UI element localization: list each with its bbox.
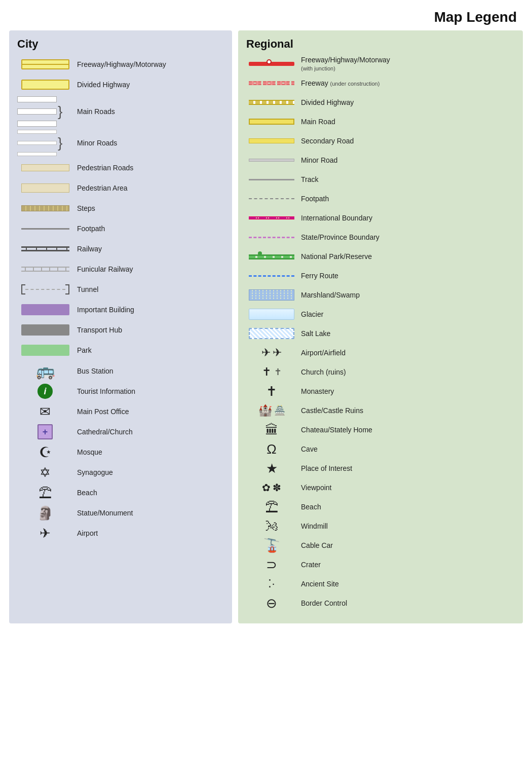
cablecar-icon: 🚡: [263, 538, 280, 553]
mail-icon: ✉: [40, 404, 51, 420]
list-item: ✿ ✽ Viewpoint: [246, 479, 515, 496]
list-item: ✡ Synagogue: [17, 464, 224, 481]
list-item: 🏰 🏯 Castle/Castle Ruins: [246, 402, 515, 419]
item-label: Marshland/Swamp: [297, 291, 515, 299]
list-item: } Minor Roads: [17, 130, 224, 156]
list-item: ✝ Monastery: [246, 383, 515, 399]
star-icon: ★: [266, 461, 278, 476]
item-label: Bus Station: [73, 367, 224, 375]
item-label: Statue/Monument: [73, 509, 224, 517]
item-label: Freeway/Highway/Motorway: [73, 60, 224, 68]
list-item: Ferry Route: [246, 268, 515, 284]
castle-icon: 🏰: [258, 404, 272, 417]
city-title: City: [17, 38, 224, 51]
list-item: i Tourist Information: [17, 383, 224, 400]
list-item: Tunnel: [17, 281, 224, 298]
item-label: International Boundary: [297, 214, 515, 222]
item-label: Freeway/Highway/Motorway (with junction): [297, 56, 515, 72]
item-label: Ancient Site: [297, 580, 515, 588]
list-item: ⛱ Beach: [246, 499, 515, 515]
item-label: Place of Interest: [297, 464, 515, 472]
list-item: ✈ Airport: [17, 525, 224, 542]
list-item: ✈ ✈ Airport/Airfield: [246, 345, 515, 361]
cross-ruins-icon: ✝: [274, 366, 282, 378]
item-label: State/Province Boundary: [297, 233, 515, 241]
list-item: Steps: [17, 200, 224, 217]
list-item: Footpath: [17, 220, 224, 237]
list-item: ⊖ Border Control: [246, 595, 515, 611]
list-item: + Cathedral/Church: [17, 423, 224, 440]
list-item: 🗿 Statue/Monument: [17, 504, 224, 522]
list-item: Track: [246, 171, 515, 188]
viewpoint-icon: ✿: [262, 482, 271, 494]
airplane-icon: ✈: [261, 346, 271, 359]
bus-icon: 🚌: [36, 362, 55, 380]
beach-reg-icon: ⛱: [265, 499, 278, 515]
regional-section: Regional Freeway/Highway/Motorway (with …: [238, 30, 523, 623]
item-label: Castle/Castle Ruins: [297, 406, 515, 415]
list-item: ⁚· Ancient Site: [246, 576, 515, 592]
list-item: } Main Roads: [17, 96, 224, 127]
list-item: ★ Place of Interest: [246, 460, 515, 476]
item-label: Steps: [73, 204, 224, 212]
item-label: Railway: [73, 245, 224, 253]
item-label: Track: [297, 175, 515, 183]
list-item: Funicular Railway: [17, 261, 224, 278]
list-item: Pedestrian Roads: [17, 159, 224, 176]
list-item: Footpath: [246, 191, 515, 207]
item-label: Divided Highway: [297, 98, 515, 106]
list-item: Salt Lake: [246, 325, 515, 342]
item-label: Synagogue: [73, 468, 224, 476]
airport-city-icon: ✈: [40, 526, 51, 541]
windmill-icon: 🌬: [265, 519, 278, 534]
list-item: Park: [17, 342, 224, 359]
list-item: 🚌 Bus Station: [17, 362, 224, 380]
item-label: Ferry Route: [297, 272, 515, 280]
item-label: Main Roads: [73, 107, 224, 116]
item-label: Park: [73, 346, 224, 354]
item-label: Viewpoint: [297, 484, 515, 492]
item-label: Chateau/Stately Home: [297, 426, 515, 434]
item-label: Church (ruins): [297, 368, 515, 376]
list-item: Divided Highway: [17, 76, 224, 93]
item-label: Airport/Airfield: [297, 349, 515, 357]
item-label: Main Road: [297, 118, 515, 126]
item-label: Footpath: [297, 195, 515, 203]
list-item: ⛱ Beach: [17, 484, 224, 501]
item-label: Transport Hub: [73, 326, 224, 334]
list-item: Railway: [17, 240, 224, 257]
list-item: Divided Highway: [246, 94, 515, 110]
item-label: Tourist Information: [73, 387, 224, 395]
city-section: City Freeway/Highway/Motorway Divided Hi…: [9, 30, 232, 623]
item-label: National Park/Reserve: [297, 252, 515, 261]
synagogue-icon: ✡: [40, 465, 51, 480]
list-item: Secondary Road: [246, 133, 515, 149]
item-label: Cave: [297, 445, 515, 453]
item-label: Funicular Railway: [73, 265, 224, 273]
list-item: 🏛 Chateau/Stately Home: [246, 422, 515, 438]
list-item: ✝ ✝ Church (ruins): [246, 364, 515, 380]
regional-title: Regional: [246, 38, 515, 51]
mosque-icon: ☪: [39, 444, 52, 461]
item-label: Tunnel: [73, 285, 224, 293]
item-label: Border Control: [297, 599, 515, 607]
list-item: Freeway (under construction): [246, 75, 515, 91]
list-item: Main Road: [246, 114, 515, 130]
item-label: Beach: [297, 503, 515, 511]
list-item: Freeway/Highway/Motorway (with junction): [246, 56, 515, 72]
list-item: Transport Hub: [17, 321, 224, 339]
list-item: Freeway/Highway/Motorway: [17, 56, 224, 73]
list-item: Marshland/Swamp: [246, 287, 515, 303]
chateau-icon: 🏛: [265, 422, 278, 438]
item-label: Secondary Road: [297, 137, 515, 145]
list-item: 🌬 Windmill: [246, 518, 515, 534]
item-label: Crater: [297, 561, 515, 569]
item-label: Beach: [73, 489, 224, 497]
item-label: Freeway (under construction): [297, 79, 515, 87]
statue-icon: 🗿: [37, 505, 53, 521]
list-item: Glacier: [246, 306, 515, 322]
item-label: Airport: [73, 529, 224, 537]
item-label: Divided Highway: [73, 81, 224, 89]
info-icon: i: [37, 384, 53, 399]
airplane2-icon: ✈: [273, 346, 282, 359]
